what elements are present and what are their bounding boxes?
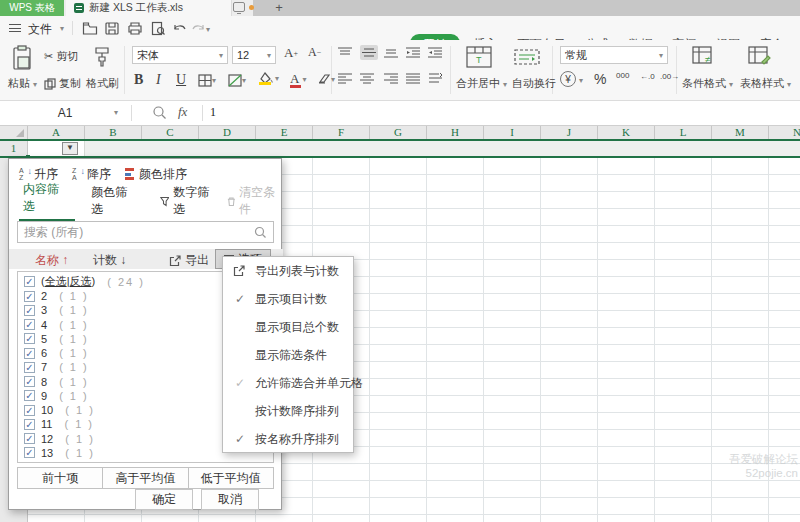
shading-button[interactable]: ▾: [228, 74, 246, 87]
file-menu[interactable]: 文件: [28, 21, 52, 38]
align-left-button[interactable]: [338, 73, 352, 84]
table-style-button[interactable]: 表格样式 ▾: [740, 76, 791, 91]
font-name-select[interactable]: 宋体▾: [132, 46, 228, 64]
thousands-format-button[interactable]: 000: [616, 71, 629, 80]
column-header-cell[interactable]: F: [313, 126, 370, 139]
row-header-1[interactable]: 1: [0, 141, 28, 156]
customize-toolbar-caret-icon[interactable]: ▾: [206, 25, 210, 34]
redo-icon[interactable]: [190, 21, 206, 36]
currency-format-button[interactable]: ¥: [560, 71, 576, 87]
save-icon[interactable]: [104, 21, 120, 36]
above-average-button[interactable]: 高于平均值: [102, 468, 187, 488]
column-header-cell[interactable]: D: [199, 126, 256, 139]
text-orientation-button[interactable]: [428, 73, 443, 84]
name-box-caret-icon[interactable]: ▾: [114, 101, 118, 125]
filter-search-input[interactable]: 搜索 (所有): [17, 221, 274, 243]
format-painter-icon[interactable]: [92, 46, 112, 68]
merge-center-button[interactable]: 合并居中 ▾: [456, 76, 507, 91]
column-header-cell[interactable]: M: [712, 126, 769, 139]
wrap-text-button[interactable]: 自动换行: [512, 76, 556, 91]
options-menu-item[interactable]: ✓ 按名称升序排列: [223, 425, 353, 453]
monitor-sync-icon[interactable]: [233, 2, 245, 12]
options-menu-item[interactable]: ✓ 显示项目计数: [223, 285, 353, 313]
conditional-format-icon[interactable]: ≠: [692, 46, 716, 66]
print-icon[interactable]: [127, 21, 143, 36]
document-tab[interactable]: 新建 XLS 工作表.xls: [66, 0, 232, 16]
chevron-down-icon[interactable]: ▾: [60, 24, 64, 33]
column-header-cell[interactable]: I: [484, 126, 541, 139]
print-preview-icon[interactable]: [150, 21, 166, 36]
checkbox-checked-icon[interactable]: ✓: [24, 319, 35, 330]
options-menu-item[interactable]: ✓ 显示项目总个数: [223, 313, 353, 341]
sort-by-color-button[interactable]: 颜色排序: [125, 166, 187, 183]
autofilter-dropdown-button[interactable]: ▼: [62, 142, 78, 155]
sort-by-count-header[interactable]: 计数 ↓: [93, 252, 126, 269]
options-menu-item[interactable]: ✓ 导出列表与计数: [223, 257, 353, 285]
column-header-cell[interactable]: N: [769, 126, 800, 139]
clear-format-button[interactable]: ▾: [316, 74, 335, 85]
app-menu-button[interactable]: WPS 表格: [0, 0, 64, 16]
tab-number-filter[interactable]: 数字筛选: [160, 184, 216, 218]
shrink-font-button[interactable]: A−: [308, 45, 321, 60]
align-right-button[interactable]: [384, 73, 398, 84]
checkbox-checked-icon[interactable]: ✓: [24, 362, 35, 373]
grow-font-button[interactable]: A+: [284, 45, 298, 61]
undo-icon[interactable]: [172, 21, 188, 36]
align-bottom-button[interactable]: [384, 47, 398, 58]
formula-input[interactable]: 1: [210, 105, 216, 120]
italic-button[interactable]: I: [156, 72, 161, 88]
checkbox-checked-icon[interactable]: ✓: [24, 447, 35, 458]
column-header-cell[interactable]: H: [427, 126, 484, 139]
paste-button[interactable]: 粘贴 ▾: [8, 76, 37, 91]
column-header-cell[interactable]: A: [28, 126, 85, 139]
chevron-down-icon[interactable]: ▾: [579, 76, 583, 85]
increase-decimal-button[interactable]: ←.0: [640, 72, 655, 81]
conditional-format-button[interactable]: 条件格式 ▾: [682, 76, 733, 91]
align-middle-button[interactable]: [360, 45, 378, 60]
bold-button[interactable]: B: [134, 72, 143, 88]
font-size-select[interactable]: 12▾: [232, 46, 276, 64]
tab-color-filter[interactable]: 颜色筛选: [91, 184, 133, 218]
checkbox-checked-icon[interactable]: ✓: [24, 419, 35, 430]
font-color-button[interactable]: A▾: [290, 71, 306, 87]
hamburger-icon[interactable]: [9, 24, 21, 32]
checkbox-checked-icon[interactable]: ✓: [24, 433, 35, 444]
sort-by-name-header[interactable]: 名称 ↑: [35, 252, 68, 269]
sort-ascending-button[interactable]: AZ 升序: [19, 166, 58, 183]
select-all-corner[interactable]: [0, 126, 28, 139]
checkbox-checked-icon[interactable]: ✓: [24, 291, 35, 302]
checkbox-checked-icon[interactable]: ✓: [24, 276, 35, 287]
tab-content-filter[interactable]: 内容筛选: [23, 181, 65, 221]
copy-button[interactable]: 复制: [44, 76, 81, 91]
sort-descending-button[interactable]: ZA 降序: [72, 166, 111, 183]
top-ten-button[interactable]: 前十项: [18, 468, 102, 488]
options-menu-item[interactable]: ✓ 允许筛选合并单元格: [223, 369, 353, 397]
borders-button[interactable]: ▾: [198, 74, 216, 87]
merge-center-icon[interactable]: T: [466, 46, 492, 68]
underline-button[interactable]: U: [176, 72, 186, 88]
decrease-decimal-button[interactable]: .00→: [660, 72, 679, 81]
options-menu-item[interactable]: ✓ 按计数降序排列: [223, 397, 353, 425]
ok-button[interactable]: 确定: [135, 489, 193, 510]
cancel-button[interactable]: 取消: [201, 489, 259, 510]
open-file-icon[interactable]: [82, 21, 98, 36]
column-header-cell[interactable]: B: [85, 126, 142, 139]
checkbox-checked-icon[interactable]: ✓: [24, 348, 35, 359]
checkbox-checked-icon[interactable]: ✓: [24, 333, 35, 344]
column-header-cell[interactable]: K: [598, 126, 655, 139]
checkbox-checked-icon[interactable]: ✓: [24, 405, 35, 416]
justify-button[interactable]: [406, 73, 420, 84]
table-style-icon[interactable]: [748, 46, 772, 66]
align-center-button[interactable]: [360, 73, 374, 84]
magnifier-icon[interactable]: [152, 105, 167, 120]
checkbox-checked-icon[interactable]: ✓: [24, 376, 35, 387]
checkbox-checked-icon[interactable]: ✓: [24, 390, 35, 401]
align-top-button[interactable]: [338, 47, 352, 58]
column-header-cell[interactable]: G: [370, 126, 427, 139]
options-menu-item[interactable]: ✓ 显示筛选条件: [223, 341, 353, 369]
column-header-cell[interactable]: E: [256, 126, 313, 139]
below-average-button[interactable]: 低于平均值: [188, 468, 273, 488]
paste-icon[interactable]: [11, 45, 33, 71]
name-box[interactable]: A1: [0, 101, 130, 125]
new-tab-button[interactable]: +: [264, 0, 294, 16]
